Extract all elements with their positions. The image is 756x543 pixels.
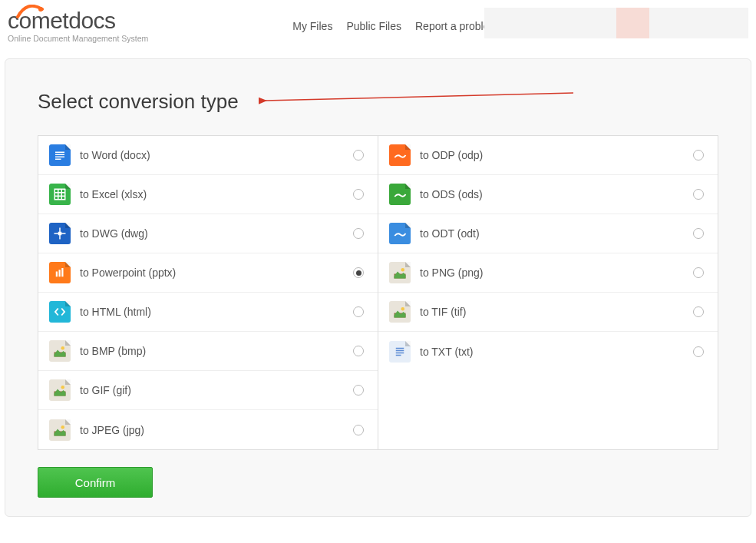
bmp-file-icon	[49, 340, 71, 362]
odp-file-icon	[389, 144, 411, 166]
conversion-radio[interactable]	[353, 425, 364, 435]
conversion-radio[interactable]	[353, 306, 364, 317]
conversion-option-dwg[interactable]: to DWG (dwg)	[38, 214, 378, 253]
conversion-option-label: to HTML (html)	[80, 306, 353, 318]
conversion-option-tif[interactable]: to TIF (tif)	[378, 293, 718, 332]
confirm-button[interactable]: Confirm	[38, 467, 153, 498]
svg-point-0	[38, 7, 43, 12]
annotation-arrow-icon	[259, 90, 581, 113]
svg-point-22	[61, 425, 65, 429]
svg-point-20	[61, 386, 65, 389]
svg-rect-15	[59, 270, 61, 276]
ods-file-icon	[389, 184, 411, 205]
svg-rect-2	[55, 152, 64, 154]
logo-swoosh-icon	[16, 5, 44, 20]
odt-file-icon	[389, 223, 411, 244]
conversion-option-bmp[interactable]: to BMP (bmp)	[38, 332, 378, 371]
header-placeholder-blocks	[484, 8, 748, 38]
conversion-option-label: to ODP (odp)	[420, 149, 693, 161]
conversion-panel: Select conversion type to Word (docx)to …	[5, 58, 751, 517]
conversion-option-label: to ODS (ods)	[420, 188, 693, 200]
tif-file-icon	[389, 301, 411, 323]
txt-file-icon	[389, 341, 411, 363]
svg-rect-5	[55, 159, 61, 161]
svg-rect-29	[396, 352, 404, 353]
svg-point-24	[401, 268, 405, 272]
excel-file-icon	[49, 184, 71, 205]
svg-rect-13	[58, 232, 62, 236]
svg-rect-30	[396, 354, 401, 356]
conversion-radio[interactable]	[353, 228, 364, 239]
conversion-radio[interactable]	[693, 228, 704, 239]
conversion-radio[interactable]	[693, 150, 704, 161]
conversion-option-label: to TIF (tif)	[420, 306, 693, 318]
svg-rect-14	[56, 272, 58, 277]
conversion-option-word[interactable]: to Word (docx)	[38, 136, 378, 175]
conversion-radio[interactable]	[353, 150, 364, 161]
nav-public-files[interactable]: Public Files	[340, 17, 408, 35]
main-nav: My Files Public Files Report a problem	[286, 17, 504, 35]
conversion-radio[interactable]	[353, 385, 364, 396]
svg-rect-6	[54, 189, 65, 200]
conversion-option-jpeg[interactable]: to JPEG (jpg)	[38, 410, 378, 449]
conversion-option-excel[interactable]: to Excel (xlsx)	[38, 175, 378, 214]
word-file-icon	[49, 144, 71, 166]
png-file-icon	[389, 262, 411, 283]
conversion-grid: to Word (docx)to Excel (xlsx)to DWG (dwg…	[38, 135, 718, 450]
conversion-radio[interactable]	[693, 346, 704, 357]
conversion-option-label: to JPEG (jpg)	[80, 424, 353, 436]
conversion-radio[interactable]	[353, 267, 364, 278]
pptx-file-icon	[49, 262, 71, 283]
logo[interactable]: cometdocs Online Document Management Sys…	[8, 9, 148, 43]
svg-rect-27	[396, 347, 404, 349]
svg-rect-16	[61, 268, 63, 276]
conversion-radio[interactable]	[693, 189, 704, 200]
dwg-file-icon	[49, 223, 71, 244]
svg-point-18	[61, 346, 65, 350]
svg-point-26	[401, 307, 405, 311]
jpeg-file-icon	[49, 419, 71, 441]
conversion-option-png[interactable]: to PNG (png)	[378, 253, 718, 293]
conversion-option-label: to GIF (gif)	[80, 384, 353, 396]
conversion-option-label: to ODT (odt)	[420, 227, 693, 240]
conversion-option-label: to BMP (bmp)	[80, 345, 353, 357]
svg-line-1	[265, 93, 573, 101]
conversion-radio[interactable]	[353, 346, 364, 356]
html-file-icon	[49, 301, 71, 323]
conversion-option-label: to TXT (txt)	[420, 346, 693, 358]
header: cometdocs Online Document Management Sys…	[0, 0, 756, 58]
conversion-option-html[interactable]: to HTML (html)	[38, 293, 378, 332]
gif-file-icon	[49, 379, 71, 401]
conversion-radio[interactable]	[693, 267, 704, 278]
svg-rect-4	[55, 157, 64, 158]
conversion-option-ods[interactable]: to ODS (ods)	[378, 175, 718, 214]
conversion-option-odp[interactable]: to ODP (odp)	[378, 136, 718, 175]
conversion-radio[interactable]	[353, 189, 364, 200]
conversion-option-pptx[interactable]: to Powerpoint (pptx)	[38, 253, 378, 293]
nav-my-files[interactable]: My Files	[286, 17, 338, 35]
conversion-option-label: to Word (docx)	[80, 149, 353, 161]
conversion-option-label: to Powerpoint (pptx)	[80, 267, 353, 279]
conversion-option-label: to DWG (dwg)	[80, 227, 353, 240]
conversion-option-odt[interactable]: to ODT (odt)	[378, 214, 718, 253]
svg-rect-28	[396, 349, 404, 351]
conversion-option-label: to PNG (png)	[420, 267, 693, 279]
svg-rect-3	[55, 154, 64, 156]
conversion-option-label: to Excel (xlsx)	[80, 188, 353, 200]
conversion-radio[interactable]	[693, 306, 704, 317]
conversion-option-gif[interactable]: to GIF (gif)	[38, 371, 378, 410]
conversion-option-txt[interactable]: to TXT (txt)	[378, 332, 718, 371]
logo-tagline: Online Document Management System	[8, 34, 148, 43]
